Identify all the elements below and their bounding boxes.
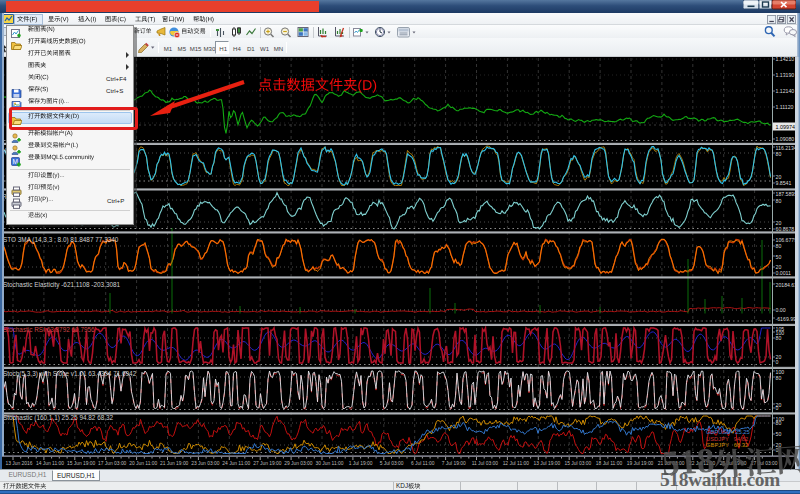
svg-text:1 Jul 19:00: 1 Jul 19:00 [349,461,373,466]
svg-text:24 Jun 11:00: 24 Jun 11:00 [222,461,250,466]
svg-text:29 Jun 03:00: 29 Jun 03:00 [284,461,313,466]
svg-text:0: 0 [776,405,779,411]
svg-text:30 Jun 11:00: 30 Jun 11:00 [316,461,344,466]
svg-text:1.11120: 1.11120 [776,104,794,110]
svg-text:1.14210: 1.14210 [776,57,795,62]
svg-text:15 Jul 03:00: 15 Jul 03:00 [565,461,592,466]
svg-text:15 Jun 19:00: 15 Jun 19:00 [67,461,96,466]
svg-text:1.09974: 1.09974 [776,124,796,130]
svg-text:GBPUSD 25.25: GBPUSD 25.25 [706,429,750,435]
svg-text:27 Jun 19:00: 27 Jun 19:00 [253,461,282,466]
svg-text:20: 20 [776,174,782,180]
svg-text:0.00: 0.00 [776,307,786,313]
svg-text:6 Jul 11:00: 6 Jul 11:00 [411,461,435,466]
svg-text:18 Jul 11:00: 18 Jul 11:00 [596,461,623,466]
svg-text:20: 20 [776,220,782,226]
svg-text:13 Jun 2016: 13 Jun 2016 [6,461,33,466]
svg-text:11 Jul 03:00: 11 Jul 03:00 [472,461,499,466]
svg-text:17 Jun 03:00: 17 Jun 03:00 [98,461,127,466]
svg-text:1.12140: 1.12140 [776,88,795,94]
svg-text:80: 80 [776,420,782,426]
svg-text:1.09080: 1.09080 [776,136,795,142]
svg-text:20 Jun 11:00: 20 Jun 11:00 [129,461,157,466]
svg-text:80: 80 [776,243,782,249]
svg-text:9.8541: 9.8541 [776,180,792,186]
svg-text:STO 3MA (14,3,3 ; 8.0) 81.8487: STO 3MA (14,3,3 ; 8.0) 81.8487 77.3340 [3,236,119,244]
svg-text:0.0011: 0.0011 [776,270,792,276]
svg-text:Stoch(5,3,3) with Slope v1.01: Stoch(5,3,3) with Slope v1.01 63.4304 71… [3,370,137,378]
svg-text:50: 50 [776,431,782,437]
svg-text:13 Jul 19:00: 13 Jul 19:00 [534,461,561,466]
svg-text:19 Jul 19:00: 19 Jul 19:00 [627,461,654,466]
svg-text:14 Jun 11:00: 14 Jun 11:00 [36,461,64,466]
svg-text:80: 80 [776,151,782,157]
svg-text:Stochastic (160,1,1) 25.25 94.: Stochastic (160,1,1) 25.25 94.82 68.32 [3,414,114,422]
svg-text:23 Jun 03:00: 23 Jun 03:00 [191,461,220,466]
svg-text:Stochastic RSI 63.8792 60.7956: Stochastic RSI 63.8792 60.7956 [3,326,95,333]
svg-text:1.13190: 1.13190 [776,72,795,78]
svg-text:60.8678: 60.8678 [776,226,795,232]
svg-text:21 Jun 19:00: 21 Jun 19:00 [160,461,189,466]
svg-text:80: 80 [776,198,782,204]
svg-text:5 Jul 03:00: 5 Jul 03:00 [380,461,404,466]
svg-text:80: 80 [776,375,782,381]
svg-text:USDJPY 94.82: USDJPY 94.82 [706,436,748,442]
svg-text:80: 80 [776,335,782,341]
svg-text:12 Jul 11:00: 12 Jul 11:00 [503,461,530,466]
svg-text:50: 50 [776,254,782,260]
svg-text:7 Jul 19:00: 7 Jul 19:00 [442,461,466,466]
svg-text:Stochastic Elasticity -621.110: Stochastic Elasticity -621.1108 -203.308… [3,281,121,289]
svg-text:0: 0 [776,359,779,365]
